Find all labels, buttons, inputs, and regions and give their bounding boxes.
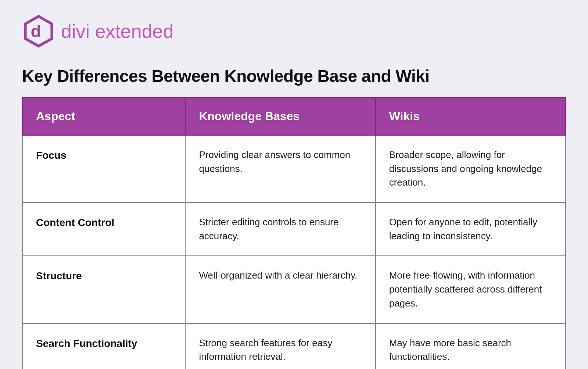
table-cell-wiki: Open for anyone to edit, potentially lea… [376, 203, 566, 256]
table-cell-aspect: Search Functionality [22, 323, 185, 369]
divi-extended-logo-icon: d [22, 15, 55, 48]
header-aspect: Aspect [22, 97, 185, 135]
svg-text:d: d [31, 22, 41, 41]
table-cell-aspect: Structure [22, 256, 185, 323]
table-cell-wiki: More free-flowing, with information pote… [376, 256, 566, 323]
table-row: StructureWell-organized with a clear hie… [22, 256, 566, 323]
table-cell-aspect: Focus [22, 135, 185, 203]
table-row: FocusProviding clear answers to common q… [22, 135, 566, 203]
logo-area: d divi extended [22, 15, 566, 48]
table-row: Search FunctionalityStrong search featur… [22, 323, 566, 369]
table-cell-kb: Well-organized with a clear hierarchy. [185, 256, 375, 323]
table-cell-aspect: Content Control [22, 203, 185, 256]
logo-text: divi extended [61, 20, 173, 42]
table-header-row: Aspect Knowledge Bases Wikis [22, 97, 566, 135]
page-title: Key Differences Between Knowledge Base a… [22, 66, 566, 86]
table-cell-wiki: May have more basic search functionaliti… [376, 323, 566, 369]
table-cell-kb: Strong search features for easy informat… [185, 323, 375, 369]
header-wiki: Wikis [376, 97, 566, 135]
table-cell-wiki: Broader scope, allowing for discussions … [376, 135, 566, 203]
table-cell-kb: Providing clear answers to common questi… [185, 135, 375, 203]
comparison-table: Aspect Knowledge Bases Wikis FocusProvid… [22, 97, 566, 369]
table-cell-kb: Stricter editing controls to ensure accu… [185, 203, 375, 256]
header-kb: Knowledge Bases [185, 97, 375, 135]
table-row: Content ControlStricter editing controls… [22, 203, 566, 256]
